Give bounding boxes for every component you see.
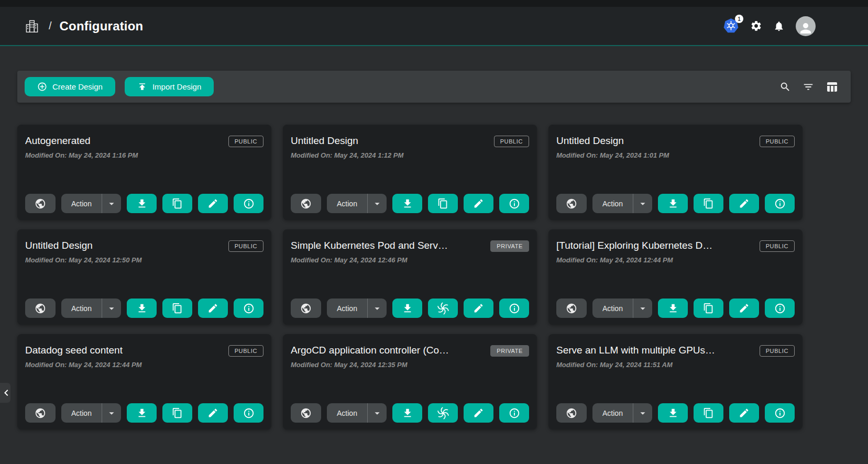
action-dropdown-button[interactable] <box>368 194 387 213</box>
clone-button[interactable] <box>694 403 723 423</box>
action-button[interactable]: Action <box>327 299 368 318</box>
download-button[interactable] <box>658 299 688 318</box>
info-icon <box>509 198 520 209</box>
download-button[interactable] <box>392 194 422 213</box>
info-button[interactable] <box>234 194 263 213</box>
search-button[interactable] <box>779 81 791 93</box>
edit-button[interactable] <box>729 299 759 318</box>
design-title: ArgoCD application controller (Co… <box>291 345 449 356</box>
visibility-globe-button[interactable] <box>556 299 587 318</box>
action-button[interactable]: Action <box>61 194 102 213</box>
action-dropdown-button[interactable] <box>633 194 652 213</box>
visibility-globe-button[interactable] <box>556 403 587 423</box>
notifications-button[interactable] <box>773 20 785 32</box>
chevron-down-icon <box>371 303 383 314</box>
user-avatar <box>796 16 816 36</box>
edit-button[interactable] <box>729 403 759 423</box>
action-button[interactable]: Action <box>327 194 368 213</box>
visibility-globe-button[interactable] <box>291 194 321 213</box>
info-button[interactable] <box>765 194 795 213</box>
kubernetes-context-button[interactable]: 1 <box>723 18 739 34</box>
action-dropdown-button[interactable] <box>368 299 387 318</box>
download-button[interactable] <box>127 194 157 213</box>
visibility-badge: PRIVATE <box>490 345 529 357</box>
info-button[interactable] <box>234 403 263 423</box>
info-button[interactable] <box>499 403 529 423</box>
edit-button[interactable] <box>464 194 493 213</box>
visibility-globe-button[interactable] <box>25 194 56 213</box>
download-icon <box>402 407 413 419</box>
action-split-button: Action <box>592 403 652 423</box>
action-button[interactable]: Action <box>327 403 368 423</box>
edit-button[interactable] <box>729 194 759 213</box>
edit-pencil-icon <box>207 303 218 314</box>
action-dropdown-button[interactable] <box>633 299 652 318</box>
design-action-button[interactable] <box>428 403 458 423</box>
edit-button[interactable] <box>464 403 493 423</box>
edit-pencil-icon <box>739 303 750 314</box>
building-icon <box>24 18 40 34</box>
info-button[interactable] <box>765 299 795 318</box>
edit-button[interactable] <box>198 299 228 318</box>
download-button[interactable] <box>392 299 422 318</box>
create-design-button[interactable]: Create Design <box>25 77 115 96</box>
info-button[interactable] <box>765 403 795 423</box>
import-design-button[interactable]: Import Design <box>125 77 214 96</box>
info-icon <box>243 407 255 419</box>
action-dropdown-button[interactable] <box>102 299 121 318</box>
visibility-globe-button[interactable] <box>291 299 321 318</box>
action-dropdown-button[interactable] <box>368 403 387 423</box>
chevron-down-icon <box>106 407 117 419</box>
action-button[interactable]: Action <box>592 403 633 423</box>
filter-button[interactable] <box>803 81 814 93</box>
drawer-collapse-handle[interactable] <box>0 383 10 403</box>
design-spiral-icon <box>437 407 449 419</box>
download-button[interactable] <box>127 403 157 423</box>
action-button[interactable]: Action <box>61 403 102 423</box>
clone-button[interactable] <box>162 194 192 213</box>
info-button[interactable] <box>234 299 263 318</box>
design-action-button[interactable] <box>428 299 458 318</box>
card-action-row: Action <box>556 403 795 423</box>
edit-pencil-icon <box>473 407 484 418</box>
action-button[interactable]: Action <box>592 194 633 213</box>
card-action-row: Action <box>556 299 795 318</box>
edit-button[interactable] <box>198 194 228 213</box>
visibility-globe-button[interactable] <box>25 299 56 318</box>
action-dropdown-button[interactable] <box>633 403 652 423</box>
user-avatar-button[interactable] <box>796 16 816 36</box>
edit-button[interactable] <box>464 299 493 318</box>
design-title: Datadog seed content <box>25 345 123 356</box>
visibility-badge: PUBLIC <box>760 240 795 252</box>
clone-button[interactable] <box>694 299 723 318</box>
card-action-row: Action <box>556 194 795 213</box>
visibility-badge: PUBLIC <box>228 240 263 252</box>
design-title: [Tutorial] Exploring Kubernetes D… <box>556 240 712 251</box>
visibility-globe-button[interactable] <box>291 403 321 423</box>
settings-button[interactable] <box>750 20 762 32</box>
download-button[interactable] <box>392 403 422 423</box>
clone-button[interactable] <box>428 194 458 213</box>
page-title: Configuration <box>60 19 144 34</box>
info-button[interactable] <box>499 194 529 213</box>
modified-timestamp: Modified On: May 24, 2024 12:44 PM <box>25 361 263 369</box>
clone-button[interactable] <box>694 194 723 213</box>
visibility-globe-button[interactable] <box>556 194 587 213</box>
visibility-globe-button[interactable] <box>25 403 56 423</box>
action-button[interactable]: Action <box>61 299 102 318</box>
info-button[interactable] <box>499 299 529 318</box>
action-dropdown-button[interactable] <box>102 403 121 423</box>
edit-button[interactable] <box>198 403 228 423</box>
clone-button[interactable] <box>162 403 192 423</box>
clone-button[interactable] <box>162 299 192 318</box>
table-view-button[interactable] <box>826 81 838 93</box>
download-button[interactable] <box>127 299 157 318</box>
action-dropdown-button[interactable] <box>102 194 121 213</box>
download-button[interactable] <box>658 403 688 423</box>
action-button[interactable]: Action <box>592 299 633 318</box>
modified-timestamp: Modified On: May 24, 2024 11:51 AM <box>556 361 795 369</box>
download-button[interactable] <box>658 194 688 213</box>
download-icon <box>402 303 413 314</box>
action-split-button: Action <box>61 194 121 213</box>
edit-pencil-icon <box>739 198 750 209</box>
